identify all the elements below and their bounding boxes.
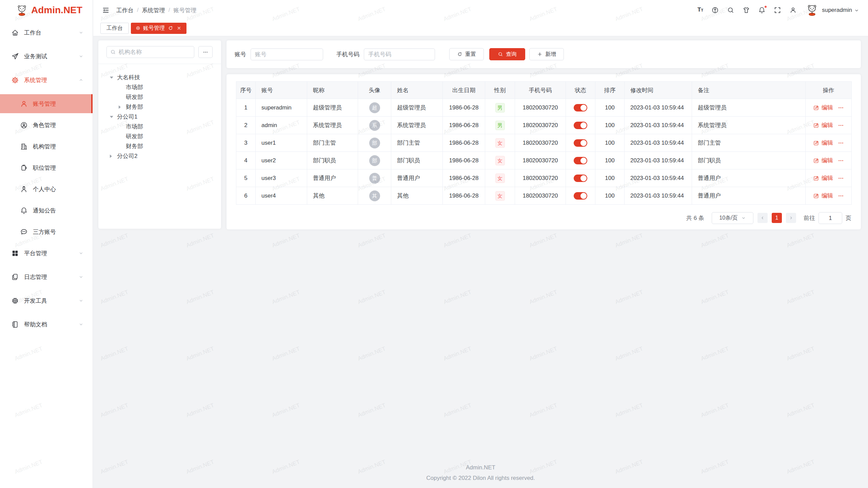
status-toggle[interactable] [574,157,587,164]
collapse-menu-icon[interactable] [102,6,110,14]
app-root: Admin.NET 工作台业务测试系统管理账号管理角色管理机构管理职位管理个人中… [0,0,868,488]
tree-node[interactable]: 研发部 [119,131,221,141]
sidebar-item-7[interactable]: 个人中心 [0,180,93,199]
goto-page-input[interactable]: 1 [818,212,842,224]
tab-account-management[interactable]: 账号管理 [131,23,186,34]
prev-page-button[interactable] [757,213,768,223]
status-toggle[interactable] [574,192,587,200]
sidebar: Admin.NET 工作台业务测试系统管理账号管理角色管理机构管理职位管理个人中… [0,0,93,488]
column-header: 账号 [256,82,307,99]
column-header: 姓名 [391,82,443,99]
avatar: 超 [369,102,380,113]
more-actions-icon[interactable] [838,140,844,146]
breadcrumb-item[interactable]: 系统管理 [142,6,165,14]
tree-node[interactable]: 大名科技 [110,73,221,82]
breadcrumb-item[interactable]: 工作台 [116,6,134,14]
more-actions-icon[interactable] [838,175,844,181]
tree-node[interactable]: 市场部 [119,82,221,92]
phone-filter-input[interactable]: 手机号码 [364,48,435,60]
theme-icon[interactable] [743,6,750,14]
search-icon [110,49,116,55]
tab-workbench[interactable]: 工作台 [100,23,129,34]
notification-bell-icon[interactable] [758,6,766,14]
current-page-button[interactable]: 1 [772,213,782,223]
column-header: 头像 [358,82,391,99]
more-actions-icon[interactable] [838,105,844,111]
status-toggle[interactable] [574,122,587,129]
sidebar-item-4[interactable]: 角色管理 [0,116,93,135]
edit-icon[interactable] [813,175,819,181]
sidebar-item-2[interactable]: 系统管理 [0,70,93,89]
edit-icon[interactable] [813,105,819,111]
column-header: 性别 [485,82,515,99]
account-filter-input[interactable]: 账号 [251,48,323,60]
user-icon[interactable] [789,6,797,14]
sidebar-item-9[interactable]: 三方账号 [0,222,93,241]
gender-badge: 女 [495,191,505,201]
tree-caret-icon[interactable] [119,105,123,109]
footer: Admin.NET Copyright © 2022 Dilon All rig… [93,464,868,482]
edit-link[interactable]: 编辑 [822,157,833,164]
reset-button[interactable]: 重置 [449,48,484,60]
search-icon[interactable] [727,6,734,14]
status-toggle[interactable] [574,104,587,111]
page-size-select[interactable]: 10条/页 [712,212,753,224]
edit-link[interactable]: 编辑 [822,104,833,111]
search-button[interactable]: 查询 [489,48,525,60]
table-row: 3user1部门主管部部门主管1986-06-28女18020030720100… [236,134,852,152]
status-toggle[interactable] [574,139,587,147]
tree-node[interactable]: 分公司2 [110,151,221,161]
sidebar-item-8[interactable]: 通知公告 [0,201,93,220]
table-row: 2admin系统管理员系系统管理员1986-06-28男180200307201… [236,117,852,134]
edit-icon[interactable] [813,193,819,199]
tree-node[interactable]: 研发部 [119,92,221,102]
sidebar-item-6[interactable]: 职位管理 [0,158,93,177]
tab-refresh-icon[interactable] [168,25,173,31]
fullscreen-icon[interactable] [774,6,781,14]
gender-badge: 女 [495,138,505,148]
edit-link[interactable]: 编辑 [822,192,833,200]
tree-caret-icon[interactable] [110,155,115,158]
breadcrumb-separator: / [169,7,170,14]
tree-node[interactable]: 财务部 [119,141,221,151]
font-size-icon[interactable]: TT [697,6,703,14]
username[interactable]: superadmin [822,7,852,14]
tab-active-dot-icon [136,26,140,30]
edit-link[interactable]: 编辑 [822,139,833,147]
org-tree-panel: 机构名称 大名科技市场部研发部财务部分公司1市场部研发部财务部分公司2 [98,40,221,229]
edit-link[interactable]: 编辑 [822,121,833,129]
sidebar-item-1[interactable]: 业务测试 [0,47,93,66]
edit-link[interactable]: 编辑 [822,174,833,182]
status-toggle[interactable] [574,175,587,182]
sidebar-item-11[interactable]: 日志管理 [0,267,93,286]
edit-icon[interactable] [813,158,819,164]
column-header: 操作 [806,82,852,99]
more-actions-icon[interactable] [838,122,844,128]
role-icon [20,121,28,129]
edit-icon[interactable] [813,140,819,146]
tree-caret-icon[interactable] [110,116,115,118]
sidebar-item-12[interactable]: 开发工具 [0,291,93,310]
more-actions-icon[interactable] [838,158,844,164]
tree-more-button[interactable] [198,46,213,58]
tree-node[interactable]: 分公司1 [110,112,221,122]
sidebar-item-0[interactable]: 工作台 [0,23,93,42]
add-button[interactable]: 新增 [529,48,564,60]
org-search-input[interactable]: 机构名称 [106,46,194,58]
tree-node[interactable]: 财务部 [119,102,221,112]
sidebar-item-10[interactable]: 平台管理 [0,244,93,263]
tree-node[interactable]: 市场部 [119,122,221,131]
tree-caret-icon[interactable] [110,77,115,79]
sidebar-item-3[interactable]: 账号管理 [0,94,93,113]
language-icon[interactable] [711,6,719,14]
next-page-button[interactable] [786,213,796,223]
table-header-row: 序号账号昵称头像姓名出生日期性别手机号码状态排序修改时间备注操作 [236,82,852,99]
more-actions-icon[interactable] [838,193,844,199]
user-avatar[interactable] [806,4,818,17]
sidebar-item-5[interactable]: 机构管理 [0,137,93,156]
edit-icon[interactable] [813,122,819,128]
chevron-down-icon[interactable] [854,8,859,13]
tab-close-icon[interactable] [176,25,182,31]
avatar: 系 [369,120,380,131]
sidebar-item-13[interactable]: 帮助文档 [0,315,93,334]
